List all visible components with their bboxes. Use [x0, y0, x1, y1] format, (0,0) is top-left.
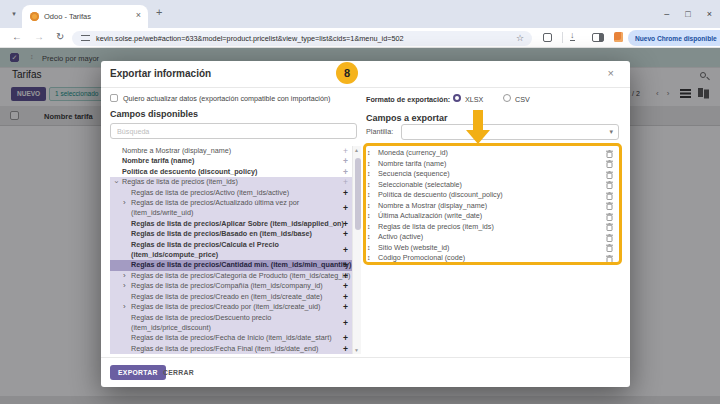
- forward-icon[interactable]: →: [34, 31, 44, 42]
- available-field-row[interactable]: › Reglas de lista de precios/Fecha Final…: [110, 344, 361, 354]
- download-icon[interactable]: ↓: [570, 30, 575, 41]
- format-xlsx-radio[interactable]: [453, 94, 461, 102]
- available-field-row[interactable]: › Reglas de lista de precios/Cantidad mí…: [110, 260, 361, 270]
- available-field-row[interactable]: › Reglas de lista de precios/Basado en (…: [110, 229, 361, 239]
- export-field-row[interactable]: ↕ Código Promocional (code): [367, 253, 619, 264]
- add-field-icon[interactable]: +: [343, 203, 348, 213]
- drag-handle-icon[interactable]: ↕: [367, 180, 370, 191]
- available-field-row[interactable]: › Reglas de lista de precios/Creado en (…: [110, 292, 361, 302]
- available-field-row[interactable]: › Reglas de lista de precios/Actualizado…: [110, 198, 361, 219]
- available-field-row[interactable]: › Nombre a Mostrar (display_name) +: [110, 146, 361, 156]
- template-label: Plantilla:: [366, 127, 393, 136]
- add-field-icon[interactable]: +: [343, 260, 348, 270]
- available-field-row[interactable]: › Reglas de lista de precios (item_ids) …: [110, 177, 361, 187]
- drag-handle-icon[interactable]: ↕: [367, 148, 370, 159]
- available-field-row[interactable]: › Reglas de lista de precios/Calcula el …: [110, 240, 361, 261]
- scroll-down-icon[interactable]: ▼: [354, 347, 359, 353]
- export-field-row[interactable]: ↕ Activo (active): [367, 232, 619, 243]
- drag-handle-icon[interactable]: ↕: [367, 211, 370, 222]
- export-field-row[interactable]: ↕ Política de descuento (discount_policy…: [367, 190, 619, 201]
- add-field-icon[interactable]: +: [343, 177, 348, 187]
- add-field-icon[interactable]: +: [343, 302, 348, 312]
- available-field-row[interactable]: › Reglas de lista de precios/Compañía (i…: [110, 281, 361, 291]
- extension-icon[interactable]: [614, 32, 623, 42]
- expand-caret-icon[interactable]: ›: [123, 281, 126, 291]
- collections-icon[interactable]: [543, 33, 552, 42]
- available-field-row[interactable]: › Reglas de lista de precios/Activo (ite…: [110, 188, 361, 198]
- export-field-row[interactable]: ↕ Secuencia (sequence): [367, 169, 619, 180]
- url-bar[interactable]: kevin.solse.pe/web#action=633&model=prod…: [72, 31, 532, 46]
- scrollbar-thumb[interactable]: [355, 158, 361, 230]
- new-tab-button[interactable]: +: [156, 6, 162, 18]
- dialog-close-icon[interactable]: ×: [608, 67, 614, 79]
- template-select[interactable]: ▾: [401, 124, 619, 140]
- export-field-row[interactable]: ↕ Moneda (currency_id): [367, 148, 619, 159]
- available-field-row[interactable]: › Reglas de lista de precios/Aplicar Sob…: [110, 219, 361, 229]
- back-icon[interactable]: ←: [12, 31, 22, 42]
- reload-icon[interactable]: ↻: [56, 31, 64, 42]
- add-field-icon[interactable]: +: [343, 292, 348, 302]
- close-button[interactable]: CERRAR: [163, 369, 194, 376]
- available-field-row[interactable]: › Reglas de lista de precios/Creado por …: [110, 302, 361, 312]
- field-label: Activo (active): [378, 232, 423, 241]
- export-field-row[interactable]: ↕ Última Actualización (write_date): [367, 211, 619, 222]
- window-close-button[interactable]: ×: [707, 9, 712, 19]
- add-field-icon[interactable]: +: [343, 271, 348, 281]
- tab-close-icon[interactable]: ×: [136, 10, 141, 20]
- site-info-icon[interactable]: [81, 35, 90, 41]
- add-field-icon[interactable]: +: [343, 333, 348, 343]
- browser-tab[interactable]: Odoo - Tarifas ×: [22, 5, 148, 28]
- expand-caret-icon[interactable]: ›: [123, 271, 126, 281]
- available-field-row[interactable]: › Reglas de lista de precios/Categoría d…: [110, 271, 361, 281]
- available-field-row[interactable]: › Política de descuento (discount_policy…: [110, 167, 361, 177]
- add-field-icon[interactable]: +: [343, 188, 348, 198]
- expand-caret-icon[interactable]: ›: [110, 181, 120, 184]
- available-field-row[interactable]: › Reglas de lista de precios/Descuento p…: [110, 313, 361, 334]
- format-csv-label[interactable]: CSV: [515, 95, 530, 104]
- bookmark-star-icon[interactable]: ☆: [516, 33, 524, 43]
- add-field-icon[interactable]: +: [343, 156, 348, 166]
- expand-caret-icon[interactable]: ›: [123, 302, 126, 312]
- chrome-update-button[interactable]: Nuevo Chrome disponible ⋮: [628, 30, 720, 46]
- add-field-icon[interactable]: +: [343, 229, 348, 239]
- add-field-icon[interactable]: +: [343, 146, 348, 156]
- window-minimize-button[interactable]: –: [664, 9, 669, 19]
- add-field-icon[interactable]: +: [343, 219, 348, 229]
- available-field-row[interactable]: › Reglas de lista de precios/Fecha de In…: [110, 333, 361, 343]
- side-panel-icon[interactable]: [592, 33, 604, 42]
- window-maximize-button[interactable]: □: [685, 9, 690, 19]
- drag-handle-icon[interactable]: ↕: [367, 253, 370, 264]
- field-label: Política de descuento (discount_policy): [122, 167, 257, 176]
- remove-field-icon[interactable]: [606, 255, 613, 267]
- add-field-icon[interactable]: +: [343, 318, 348, 328]
- export-field-row[interactable]: ↕ Seleccionable (selectable): [367, 180, 619, 191]
- field-label: Sitio Web (website_id): [378, 243, 449, 252]
- export-field-row[interactable]: ↕ Sitio Web (website_id): [367, 243, 619, 254]
- add-field-icon[interactable]: +: [343, 245, 348, 255]
- scroll-up-icon[interactable]: ▲: [354, 147, 359, 153]
- field-search-input[interactable]: [110, 123, 357, 139]
- export-field-row[interactable]: ↕ Nombre a Mostrar (display_name): [367, 201, 619, 212]
- add-field-icon[interactable]: +: [343, 344, 348, 354]
- drag-handle-icon[interactable]: ↕: [367, 190, 370, 201]
- drag-handle-icon[interactable]: ↕: [367, 243, 370, 254]
- format-csv-radio[interactable]: [503, 94, 511, 102]
- drag-handle-icon[interactable]: ↕: [367, 159, 370, 170]
- available-field-row[interactable]: › Nombre tarifa (name) +: [110, 156, 361, 166]
- drag-handle-icon[interactable]: ↕: [367, 201, 370, 212]
- field-label: Reglas de lista de precios/Categoría de …: [131, 271, 350, 280]
- field-label: Reglas de lista de precios/Activo (item_…: [131, 188, 289, 197]
- update-data-checkbox[interactable]: [110, 94, 118, 102]
- format-xlsx-label[interactable]: XLSX: [465, 95, 483, 104]
- expand-caret-icon[interactable]: ›: [123, 198, 126, 208]
- drag-handle-icon[interactable]: ↕: [367, 222, 370, 233]
- export-field-row[interactable]: ↕ Nombre tarifa (name): [367, 159, 619, 170]
- export-button[interactable]: EXPORTAR: [110, 365, 166, 380]
- tab-search-chevron-icon[interactable]: ▾: [6, 7, 22, 21]
- fields-scrollbar[interactable]: ▲ ▼: [352, 146, 361, 354]
- drag-handle-icon[interactable]: ↕: [367, 232, 370, 243]
- add-field-icon[interactable]: +: [343, 281, 348, 291]
- add-field-icon[interactable]: +: [343, 167, 348, 177]
- drag-handle-icon[interactable]: ↕: [367, 169, 370, 180]
- export-field-row[interactable]: ↕ Reglas de lista de precios (item_ids): [367, 222, 619, 233]
